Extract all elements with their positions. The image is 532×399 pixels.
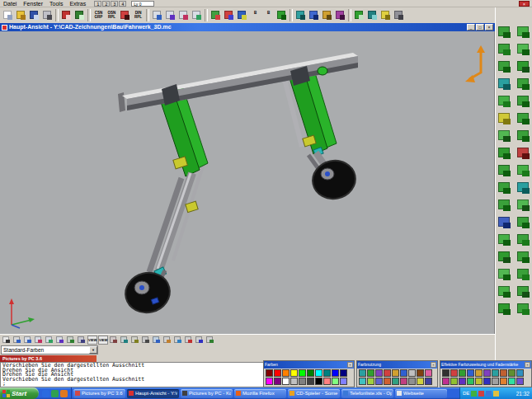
color-chip[interactable] xyxy=(417,369,424,377)
color-chip[interactable] xyxy=(266,369,273,377)
cad-tool-icon[interactable] xyxy=(515,284,532,300)
color-chip[interactable] xyxy=(359,378,366,385)
cad-tool-icon[interactable] xyxy=(496,302,513,317)
selection-icon[interactable] xyxy=(119,9,131,21)
cad-tool-icon[interactable] xyxy=(496,111,513,127)
zoom-out-icon[interactable] xyxy=(34,336,44,345)
font-button[interactable]: B xyxy=(262,9,275,21)
cad-tool-icon[interactable] xyxy=(496,129,513,144)
cad-tool-icon[interactable] xyxy=(496,25,513,40)
color-chip[interactable] xyxy=(375,378,383,385)
cad-tool-icon[interactable] xyxy=(515,146,532,162)
color-chip[interactable] xyxy=(323,369,331,377)
cad-tool-icon[interactable] xyxy=(496,163,513,179)
measure-icon[interactable] xyxy=(321,9,333,21)
view-front-button[interactable]: VIEW xyxy=(87,336,97,345)
zoom-in-icon[interactable] xyxy=(151,9,163,21)
snap-icon[interactable] xyxy=(162,336,172,345)
cad-tool-icon[interactable] xyxy=(515,267,532,283)
open-file-icon[interactable] xyxy=(15,9,27,21)
color-chip[interactable] xyxy=(475,378,483,385)
quicklaunch-icon[interactable] xyxy=(42,390,49,397)
cad-tool-icon[interactable] xyxy=(496,146,513,162)
menu-item[interactable]: Fenster xyxy=(20,0,46,7)
color-chip[interactable] xyxy=(508,378,516,385)
color-chip[interactable] xyxy=(483,378,491,385)
cad-tool-icon[interactable] xyxy=(515,25,532,40)
menu-item[interactable]: Extras xyxy=(66,0,89,7)
app-close-button[interactable]: × xyxy=(519,1,530,7)
palette-titlebar[interactable]: Farben × xyxy=(264,361,354,368)
redo-icon[interactable] xyxy=(73,9,86,21)
color-chip[interactable] xyxy=(425,378,432,385)
color-chip[interactable] xyxy=(375,369,383,377)
view-toggle-button[interactable]: 4 xyxy=(119,1,126,7)
zoom-window-icon[interactable] xyxy=(45,336,54,345)
taskbar-task[interactable]: Pictures by PC 3.6 xyxy=(73,389,125,398)
cad-tool-icon[interactable] xyxy=(496,198,513,214)
color-chip[interactable] xyxy=(266,378,273,385)
cad-tool-icon[interactable] xyxy=(515,42,532,58)
color-chip[interactable] xyxy=(367,378,374,385)
color-chip[interactable] xyxy=(459,369,466,377)
tray-icon[interactable] xyxy=(471,391,477,397)
palette-titlebar[interactable]: Effektive Farbzuweisung und Fadenstärke … xyxy=(440,361,531,368)
cad-tool-icon[interactable] xyxy=(515,302,532,317)
cad-tool-icon[interactable] xyxy=(515,129,532,144)
color-chip[interactable] xyxy=(417,378,424,385)
color-chip[interactable] xyxy=(459,378,466,385)
close-icon[interactable]: × xyxy=(525,362,530,368)
color-chip[interactable] xyxy=(425,369,432,377)
tray-icon[interactable] xyxy=(486,391,492,397)
color-chip[interactable] xyxy=(392,378,399,385)
color-chip[interactable] xyxy=(359,369,366,377)
menu-item[interactable]: Tools xyxy=(46,0,66,7)
axis-icon[interactable] xyxy=(184,336,194,345)
color-chip[interactable] xyxy=(315,378,322,385)
taskbar-task[interactable]: Pictures by PC - Kon... xyxy=(181,389,233,398)
undo-icon[interactable] xyxy=(60,9,73,21)
zoom-window-icon[interactable] xyxy=(177,9,190,21)
quicklaunch-icon[interactable] xyxy=(51,390,59,397)
color-chip[interactable] xyxy=(340,369,347,377)
cad-tool-icon[interactable] xyxy=(496,59,513,75)
color-chip[interactable] xyxy=(290,378,298,385)
color-grid-icon[interactable] xyxy=(210,9,222,21)
cad-tool-icon[interactable] xyxy=(515,198,532,214)
clock[interactable]: 21:32 xyxy=(516,391,530,397)
window-control-button[interactable]: □ xyxy=(476,24,484,31)
taskbar-task[interactable]: Telefonliste.xls - Ope... xyxy=(341,389,393,398)
din-rpl-button[interactable]: DIN RPL xyxy=(132,9,144,21)
color-chip[interactable] xyxy=(516,369,524,377)
cad-tool-icon[interactable] xyxy=(496,181,513,196)
start-button[interactable]: Start xyxy=(0,387,39,399)
palette-titlebar[interactable]: Farbnutzung × xyxy=(357,361,437,368)
color-chip[interactable] xyxy=(340,378,347,385)
color-chip[interactable] xyxy=(307,378,314,385)
color-chip[interactable] xyxy=(475,369,483,377)
color-chip[interactable] xyxy=(290,369,298,377)
cad-tool-icon[interactable] xyxy=(515,232,532,248)
color-chip[interactable] xyxy=(367,369,374,377)
chevron-down-icon[interactable]: ▼ xyxy=(89,346,97,354)
select-icon[interactable] xyxy=(2,336,12,345)
view-iso-button[interactable]: VIEW xyxy=(98,336,108,345)
color-chip[interactable] xyxy=(500,369,507,377)
cad-tool-icon[interactable] xyxy=(496,267,513,283)
color-chip[interactable] xyxy=(299,378,306,385)
rotate-view-icon[interactable] xyxy=(109,336,119,345)
perspective-icon[interactable] xyxy=(141,336,151,345)
color-chip[interactable] xyxy=(274,369,281,377)
color-chip[interactable] xyxy=(408,378,416,385)
color-chip[interactable] xyxy=(408,369,416,377)
color-chip[interactable] xyxy=(323,378,331,385)
cad-tool-icon[interactable] xyxy=(496,94,513,110)
cad-tool-icon[interactable] xyxy=(496,42,513,58)
color-chip[interactable] xyxy=(450,369,458,377)
taskbar-task[interactable]: Haupt-Ansicht - Y:\C... xyxy=(127,389,179,398)
color-chip[interactable] xyxy=(467,369,474,377)
color-chip[interactable] xyxy=(467,378,474,385)
quicklaunch-icon[interactable] xyxy=(60,390,68,397)
window-control-button[interactable]: × xyxy=(485,24,493,31)
document-window-titlebar[interactable]: Haupt-Ansicht - Y:\CAD-Zeichnungen\Bau\F… xyxy=(0,23,495,31)
